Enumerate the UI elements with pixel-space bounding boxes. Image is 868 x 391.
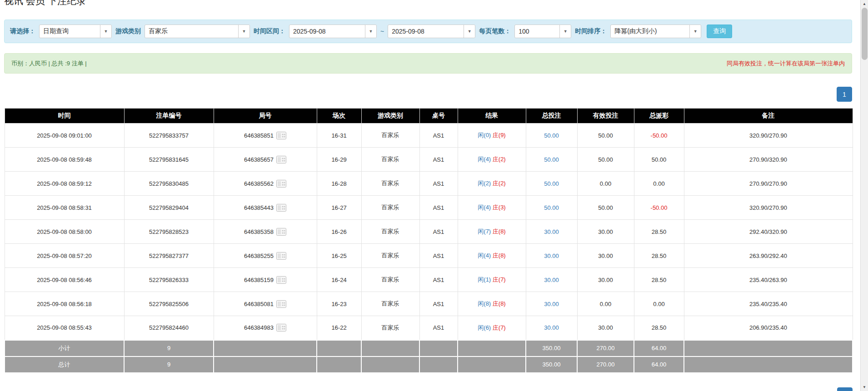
valid-bet-cell: 30.00 bbox=[577, 316, 634, 340]
sort-order-label: 时间排序： bbox=[575, 27, 607, 35]
total-bet-link[interactable]: 50.00 bbox=[544, 204, 559, 211]
empty-cell bbox=[214, 340, 317, 356]
time-cell: 2025-09-08 08:56:46 bbox=[5, 268, 124, 292]
table-no-cell: AS1 bbox=[419, 316, 458, 340]
road-map-icon[interactable] bbox=[276, 204, 286, 212]
result-cell: 闲(2) 庄(2) bbox=[458, 172, 526, 196]
column-header: 总投注 bbox=[526, 109, 577, 124]
total-bet-link[interactable]: 50.00 bbox=[544, 180, 559, 187]
date-to-value: 2025-09-08 bbox=[388, 25, 464, 38]
column-header: 时间 bbox=[5, 109, 124, 124]
pagination-top: 1 bbox=[4, 87, 852, 102]
chevron-down-icon[interactable]: ▼ bbox=[559, 25, 571, 38]
date-from-value: 2025-09-08 bbox=[289, 25, 365, 38]
round-cell: 646385358 bbox=[214, 220, 317, 244]
currency-summary-text: 币别：人民币 | 总共 :9 注单 | bbox=[11, 59, 87, 68]
game-type-cell: 百家乐 bbox=[361, 124, 419, 148]
grand-total-row: 总计 9 350.00 270.00 64.00 bbox=[5, 356, 853, 373]
sort-order-select[interactable]: 降冪(由大到小) ▼ bbox=[610, 25, 701, 38]
road-map-icon[interactable] bbox=[276, 156, 286, 163]
bet-id-cell: 522795824460 bbox=[124, 316, 214, 340]
game-type-value: 百家乐 bbox=[145, 25, 238, 38]
bet-id-cell: 522795825506 bbox=[124, 292, 214, 316]
road-map-icon[interactable] bbox=[276, 180, 286, 188]
total-bet-cell: 30.00 bbox=[526, 220, 577, 244]
road-map-icon[interactable] bbox=[276, 132, 286, 139]
remark-cell: 235.40/235.40 bbox=[684, 292, 853, 316]
game-type-cell: 百家乐 bbox=[361, 316, 419, 340]
chevron-down-icon[interactable]: ▼ bbox=[365, 25, 376, 38]
game-type-select[interactable]: 百家乐 ▼ bbox=[145, 25, 250, 38]
date-from-input[interactable]: 2025-09-08 ▼ bbox=[289, 25, 377, 38]
game-type-label: 游戏类别 bbox=[115, 27, 141, 35]
empty-cell bbox=[317, 340, 361, 356]
table-row: 2025-09-08 08:58:31 522795829404 6463854… bbox=[5, 196, 853, 220]
date-to-input[interactable]: 2025-09-08 ▼ bbox=[388, 25, 475, 38]
page-1-button[interactable]: 1 bbox=[837, 87, 852, 102]
result-cell: 闲(4) 庄(2) bbox=[458, 148, 526, 172]
session-cell: 16-31 bbox=[317, 124, 361, 148]
chevron-down-icon[interactable]: ▼ bbox=[464, 25, 475, 38]
query-type-select[interactable]: 日期查询 ▼ bbox=[39, 25, 112, 38]
player-result: 闲(1) bbox=[478, 276, 491, 283]
chevron-down-icon[interactable]: ▼ bbox=[238, 25, 249, 38]
per-page-value: 100 bbox=[515, 25, 559, 38]
total-bet-link[interactable]: 50.00 bbox=[544, 156, 559, 163]
grand-total-count: 9 bbox=[124, 356, 214, 373]
total-bet-link[interactable]: 30.00 bbox=[544, 228, 559, 235]
result-cell: 闲(4) 庄(3) bbox=[458, 196, 526, 220]
round-number: 646385657 bbox=[244, 156, 274, 163]
round-cell: 646385851 bbox=[214, 124, 317, 148]
sort-order-value: 降冪(由大到小) bbox=[611, 25, 689, 38]
total-bet-link[interactable]: 50.00 bbox=[544, 132, 559, 139]
road-map-icon[interactable] bbox=[276, 228, 286, 236]
session-cell: 16-27 bbox=[317, 196, 361, 220]
game-type-cell: 百家乐 bbox=[361, 268, 419, 292]
payout-cell: 28.50 bbox=[634, 268, 684, 292]
page-1-button-bottom[interactable]: 1 bbox=[837, 387, 853, 391]
payout-cell: 28.50 bbox=[634, 220, 684, 244]
query-button[interactable]: 查询 bbox=[707, 25, 732, 38]
time-cell: 2025-09-08 08:55:43 bbox=[5, 316, 124, 340]
road-map-icon[interactable] bbox=[276, 300, 286, 308]
column-header: 总派彩 bbox=[634, 109, 684, 124]
table-no-cell: AS1 bbox=[419, 244, 458, 268]
road-map-icon[interactable] bbox=[276, 276, 286, 284]
scroll-up-icon[interactable]: ▲ bbox=[861, 0, 868, 8]
scroll-down-icon[interactable]: ▼ bbox=[861, 383, 868, 391]
total-bet-cell: 50.00 bbox=[526, 196, 577, 220]
session-cell: 16-26 bbox=[317, 220, 361, 244]
total-bet-link[interactable]: 30.00 bbox=[544, 252, 559, 259]
total-bet-link[interactable]: 30.00 bbox=[544, 301, 559, 307]
total-bet-cell: 30.00 bbox=[526, 292, 577, 316]
road-map-icon[interactable] bbox=[276, 324, 286, 332]
game-type-cell: 百家乐 bbox=[361, 148, 419, 172]
player-result: 闲(8) bbox=[478, 300, 491, 307]
player-result: 闲(7) bbox=[478, 228, 491, 235]
empty-cell bbox=[361, 340, 419, 356]
per-page-input[interactable]: 100 ▼ bbox=[514, 25, 571, 38]
query-type-label: 请选择： bbox=[10, 27, 35, 35]
round-cell: 646385657 bbox=[214, 148, 317, 172]
player-result: 闲(4) bbox=[478, 252, 491, 259]
round-cell: 646384983 bbox=[214, 316, 317, 340]
scrollbar-thumb[interactable] bbox=[862, 8, 868, 60]
vertical-scrollbar[interactable]: ▲ ▼ bbox=[860, 0, 868, 391]
round-cell: 646385562 bbox=[214, 172, 317, 196]
road-map-icon[interactable] bbox=[276, 252, 286, 260]
table-no-cell: AS1 bbox=[419, 196, 458, 220]
valid-bet-cell: 0.00 bbox=[577, 292, 634, 316]
player-result: 闲(4) bbox=[478, 204, 491, 211]
game-type-cell: 百家乐 bbox=[361, 220, 419, 244]
empty-cell bbox=[458, 340, 526, 356]
time-cell: 2025-09-08 08:56:18 bbox=[5, 292, 124, 316]
chevron-down-icon[interactable]: ▼ bbox=[689, 25, 701, 38]
total-bet-link[interactable]: 30.00 bbox=[544, 277, 559, 283]
total-bet-link[interactable]: 30.00 bbox=[544, 324, 559, 331]
chevron-down-icon[interactable]: ▼ bbox=[100, 25, 111, 38]
round-cell: 646385255 bbox=[214, 244, 317, 268]
payout-cell: -50.00 bbox=[634, 124, 684, 148]
table-no-cell: AS1 bbox=[419, 220, 458, 244]
column-header: 注单编号 bbox=[124, 109, 214, 124]
grand-total-label: 总计 bbox=[5, 356, 124, 373]
